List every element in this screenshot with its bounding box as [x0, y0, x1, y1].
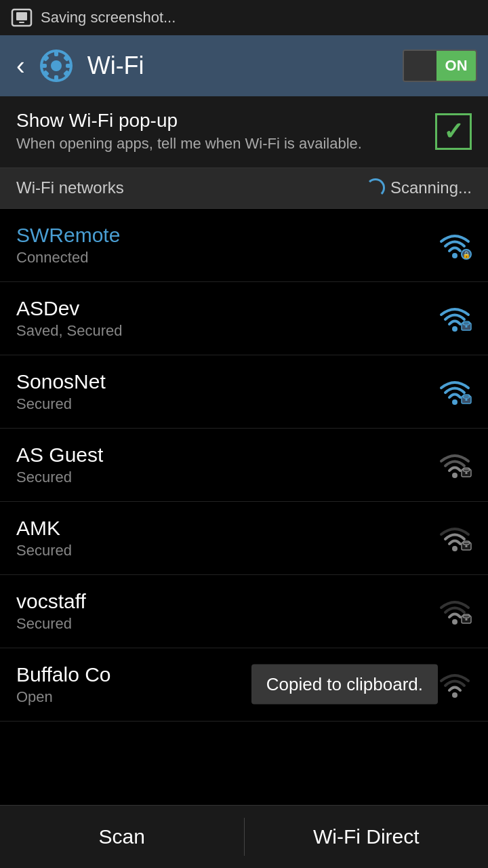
network-name: AS Guest [16, 443, 438, 467]
wifi-signal-icon [438, 667, 472, 701]
wifi-signal-icon: 🔒 [438, 228, 472, 262]
network-info: AS Guest Secured [16, 443, 438, 486]
network-name: vocstaff [16, 590, 438, 613]
network-info: SWRemote Connected [16, 224, 438, 267]
screenshot-icon [11, 7, 33, 28]
svg-rect-27 [466, 472, 468, 474]
network-name: SWRemote [16, 224, 438, 247]
wifi-signal-icon [438, 301, 472, 335]
svg-point-36 [452, 692, 458, 698]
network-list: SWRemote Connected 🔒 ASDev Saved, Secure… [0, 209, 488, 722]
network-status: Saved, Secured [16, 322, 438, 340]
svg-rect-23 [466, 399, 468, 401]
network-status: Secured [16, 469, 438, 486]
wifi-toggle[interactable]: ON [403, 50, 477, 82]
network-item-sonosnet[interactable]: SonosNet Secured [0, 355, 488, 429]
network-signal-area [438, 301, 472, 335]
network-signal-area [438, 448, 472, 481]
wifi-signal-icon [438, 374, 472, 408]
network-info: SonosNet Secured [16, 370, 438, 413]
bottom-bar: Scan Wi-Fi Direct [0, 805, 488, 868]
svg-rect-35 [466, 618, 468, 620]
network-signal-area [438, 521, 472, 555]
popup-description: When opening apps, tell me when Wi-Fi is… [16, 134, 424, 154]
network-item-vocstaff[interactable]: vocstaff Secured [0, 575, 488, 648]
network-info: vocstaff Secured [16, 590, 438, 633]
network-name: SonosNet [16, 370, 438, 393]
popup-title: Show Wi-Fi pop-up [16, 110, 424, 132]
network-signal-area [438, 594, 472, 628]
svg-point-13 [452, 253, 458, 258]
svg-rect-1 [16, 12, 27, 20]
scan-button[interactable]: Scan [0, 806, 244, 868]
clipboard-toast: Copied to clipboard. [251, 665, 438, 705]
svg-point-20 [452, 399, 458, 405]
network-item-swremote[interactable]: SWRemote Connected 🔒 [0, 209, 488, 282]
network-item-as-guest[interactable]: AS Guest Secured [0, 429, 488, 502]
network-item-amk[interactable]: AMK Secured [0, 502, 488, 575]
svg-point-24 [452, 473, 458, 478]
scanning-indicator: Scanning... [366, 178, 472, 197]
network-info: AMK Secured [16, 517, 438, 559]
network-name: AMK [16, 517, 438, 540]
svg-rect-5 [54, 51, 58, 56]
svg-rect-2 [19, 22, 24, 23]
network-signal-area [438, 374, 472, 408]
network-signal-area: 🔒 [438, 228, 472, 262]
network-item-buffalo-co[interactable]: Buffalo Co Open Copied to clipboard. [0, 648, 488, 722]
page-title: Wi-Fi [87, 52, 393, 80]
toggle-off-area [404, 51, 436, 81]
network-status: Secured [16, 542, 438, 559]
network-status: Secured [16, 395, 438, 413]
svg-point-16 [452, 326, 458, 332]
network-signal-area: Copied to clipboard. [438, 667, 472, 701]
network-item-asdev[interactable]: ASDev Saved, Secured [0, 282, 488, 355]
network-status: Connected [16, 249, 438, 267]
status-bar: Saving screenshot... [0, 0, 488, 35]
svg-point-4 [51, 60, 62, 71]
popup-text-container: Show Wi-Fi pop-up When opening apps, tel… [16, 110, 424, 154]
back-button[interactable]: ‹ [11, 52, 30, 81]
svg-rect-31 [466, 545, 468, 547]
svg-text:🔒: 🔒 [462, 250, 471, 259]
popup-setting-row[interactable]: Show Wi-Fi pop-up When opening apps, tel… [0, 96, 488, 168]
toggle-on-label: ON [436, 51, 476, 81]
wifi-signal-icon [438, 521, 472, 555]
status-text: Saving screenshot... [41, 9, 176, 26]
svg-point-28 [452, 546, 458, 551]
network-name: ASDev [16, 297, 438, 320]
svg-rect-19 [466, 326, 468, 328]
network-info: ASDev Saved, Secured [16, 297, 438, 340]
popup-checkbox[interactable]: ✓ [435, 113, 472, 150]
wifi-signal-icon [438, 594, 472, 628]
scanning-spinner-icon [366, 178, 385, 197]
network-status: Secured [16, 615, 438, 633]
check-icon: ✓ [443, 117, 464, 146]
svg-rect-8 [66, 64, 71, 68]
scanning-text: Scanning... [390, 178, 472, 197]
svg-rect-7 [41, 64, 47, 68]
wifi-direct-button[interactable]: Wi-Fi Direct [245, 806, 489, 868]
svg-point-32 [452, 619, 458, 625]
svg-rect-6 [54, 75, 58, 81]
networks-label: Wi-Fi networks [16, 178, 124, 197]
wifi-signal-icon [438, 448, 472, 481]
wifi-gear-icon [40, 50, 73, 82]
header: ‹ Wi-Fi ON [0, 35, 488, 96]
networks-section-header: Wi-Fi networks Scanning... [0, 168, 488, 209]
